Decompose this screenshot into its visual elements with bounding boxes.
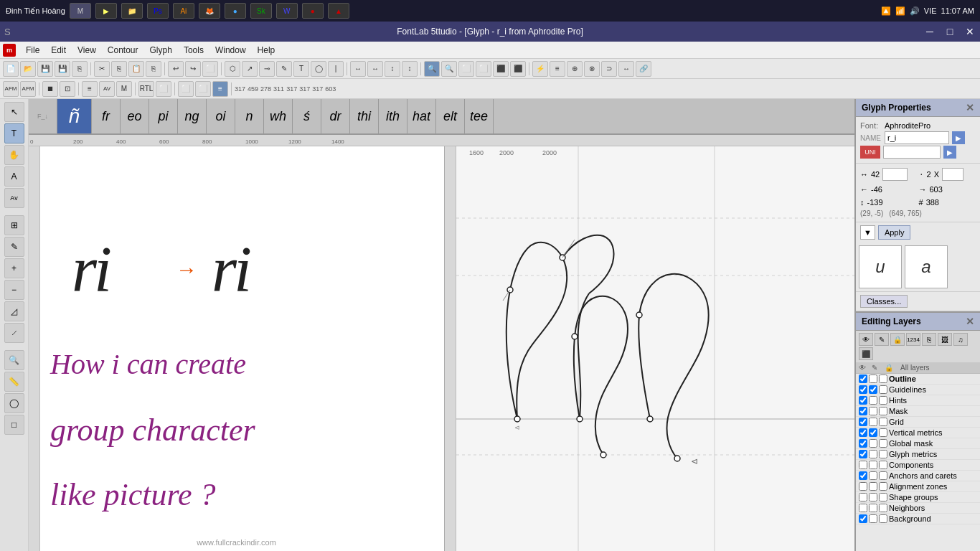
layer-tool-copy[interactable]: ⎘ — [922, 333, 936, 346]
glyph-cell-dr[interactable]: dr — [321, 99, 350, 133]
glyph-cell-eo[interactable]: eo — [121, 99, 149, 133]
glyph-cell-n[interactable]: ñ — [57, 99, 92, 133]
layer-pencil-chk-13[interactable] — [869, 514, 877, 523]
taskbar-app-9[interactable]: W — [276, 3, 298, 19]
close-button[interactable]: ✕ — [960, 22, 980, 42]
tb-flip4[interactable]: ↕ — [402, 61, 418, 77]
tb-save[interactable]: 💾 — [37, 61, 53, 77]
layer-eye-chk-4[interactable] — [859, 418, 867, 426]
tb-zoom3[interactable]: ⬜ — [458, 61, 474, 77]
tb-new[interactable]: 📄 — [3, 61, 19, 77]
menu-file[interactable]: File — [20, 44, 45, 57]
layer-tool-pencil[interactable]: ✎ — [875, 333, 889, 346]
tb2-2[interactable]: AFM — [20, 81, 36, 97]
glyph-editor-canvas[interactable]: 1600 2000 2000 ⊲ — [456, 146, 854, 551]
taskbar-app-1[interactable]: M — [70, 3, 91, 19]
tool-measure[interactable]: 📏 — [4, 372, 24, 392]
layer-lock-chk-8[interactable] — [879, 461, 887, 469]
layer-lock-chk-7[interactable] — [879, 450, 887, 458]
tb-save2[interactable]: 💾 — [55, 61, 70, 77]
menu-contour[interactable]: Contour — [102, 44, 144, 57]
tb-zoom6[interactable]: ⬛ — [510, 61, 526, 77]
tool-metrics[interactable]: A — [4, 166, 24, 187]
name-input[interactable] — [885, 131, 949, 144]
tool-corner[interactable]: ◿ — [4, 301, 24, 321]
layer-lock-chk-6[interactable] — [879, 439, 887, 448]
tb-save3[interactable]: ⎘ — [72, 61, 88, 77]
tool-text[interactable]: T — [4, 123, 24, 143]
layer-tool-eye[interactable]: 👁 — [859, 333, 873, 346]
editing-layers-close[interactable]: ✕ — [966, 316, 974, 327]
layer-pencil-chk-10[interactable] — [869, 482, 877, 491]
glyph-cell-wh[interactable]: wh — [264, 99, 293, 133]
tb-node3[interactable]: ⊸ — [259, 61, 275, 77]
layer-eye-chk-11[interactable] — [859, 493, 867, 501]
tb-zoom2[interactable]: 🔍 — [441, 61, 457, 77]
layer-tool-img[interactable]: 🖼 — [938, 333, 952, 346]
tb2-7[interactable]: M — [116, 81, 132, 97]
layer-eye-chk-1[interactable] — [859, 385, 867, 394]
glyph-cell-ith[interactable]: ith — [379, 99, 407, 133]
tool-grid[interactable]: ⊞ — [4, 215, 24, 235]
tb-paste[interactable]: 📋 — [128, 61, 144, 77]
tb-misc1[interactable]: ⚡ — [532, 61, 548, 77]
taskbar-app-8[interactable]: Sk — [250, 3, 272, 19]
layer-pencil-chk-4[interactable] — [869, 418, 877, 426]
glyph-properties-close[interactable]: ✕ — [966, 102, 974, 113]
x-input[interactable] — [942, 168, 963, 181]
glyph-cell-elt[interactable]: elt — [436, 99, 465, 133]
tb-node6[interactable]: ◯ — [311, 61, 326, 77]
tb-flip1[interactable]: ↔ — [350, 61, 366, 77]
tool-rect[interactable]: □ — [4, 415, 24, 435]
layer-lock-chk-1[interactable] — [879, 385, 887, 394]
name-go-button-2[interactable]: ▶ — [943, 146, 956, 159]
tb2-10[interactable]: ⬜ — [178, 81, 194, 97]
taskbar-app-2[interactable]: ▶ — [95, 3, 117, 19]
layer-pencil-chk-12[interactable] — [869, 504, 877, 512]
tool-remove-node[interactable]: − — [4, 280, 24, 300]
tb-zoom1[interactable]: 🔍 — [424, 61, 440, 77]
menu-view[interactable]: View — [72, 44, 102, 57]
layer-tool-music[interactable]: ♫ — [953, 333, 968, 346]
layer-eye-chk-3[interactable] — [859, 407, 867, 415]
maximize-button[interactable]: □ — [940, 22, 960, 42]
layer-eye-chk-8[interactable] — [859, 461, 867, 469]
tb-misc5[interactable]: ⊃ — [601, 61, 617, 77]
layer-eye-chk-6[interactable] — [859, 439, 867, 448]
layer-pencil-chk-8[interactable] — [869, 461, 877, 469]
layer-eye-chk-5[interactable] — [859, 428, 867, 437]
tb2-5[interactable]: ≡ — [82, 81, 98, 97]
tb2-6[interactable]: AV — [99, 81, 115, 97]
taskbar-app-4[interactable]: Ps — [147, 3, 169, 19]
apply-button[interactable]: Apply — [878, 225, 911, 240]
right-canvas-section[interactable]: 1600 2000 2000 ⊲ ⊲ — [445, 146, 854, 551]
tb2-9[interactable]: ⬜ — [156, 81, 171, 97]
tool-add-node[interactable]: + — [4, 258, 24, 278]
layer-pencil-chk-7[interactable] — [869, 450, 877, 458]
tool-tangent[interactable]: ⟋ — [4, 323, 24, 343]
tb2-4[interactable]: ⊡ — [60, 81, 75, 97]
layer-lock-chk-3[interactable] — [879, 407, 887, 415]
layer-lock-chk-12[interactable] — [879, 504, 887, 512]
glyph-cell-pi[interactable]: pi — [149, 99, 178, 133]
tb2-1[interactable]: AFM — [3, 81, 19, 97]
layer-tool-lock[interactable]: 🔒 — [890, 333, 905, 346]
tool-zoom[interactable]: 🔍 — [4, 350, 24, 370]
menu-window[interactable]: Window — [209, 44, 252, 57]
layer-pencil-chk-1[interactable] — [869, 385, 877, 394]
tb-flip2[interactable]: ↔ — [367, 61, 383, 77]
classes-button[interactable]: Classes... — [860, 295, 908, 308]
tb-misc7[interactable]: 🔗 — [636, 61, 651, 77]
layer-eye-chk-10[interactable] — [859, 482, 867, 491]
taskbar-app-10[interactable]: ● — [302, 3, 324, 19]
layer-lock-chk-2[interactable] — [879, 396, 887, 405]
tool-kerning[interactable]: Av — [4, 188, 24, 208]
layer-lock-chk-9[interactable] — [879, 471, 887, 480]
glyph-cell-ng[interactable]: ng — [178, 99, 207, 133]
tb-undo[interactable]: ↩ — [168, 61, 184, 77]
tb-redo[interactable]: ↪ — [185, 61, 201, 77]
layer-lock-chk-4[interactable] — [879, 418, 887, 426]
tb-zoom4[interactable]: ⬜ — [476, 61, 491, 77]
layer-lock-chk-13[interactable] — [879, 514, 887, 523]
tool-pen[interactable]: ✎ — [4, 237, 24, 257]
